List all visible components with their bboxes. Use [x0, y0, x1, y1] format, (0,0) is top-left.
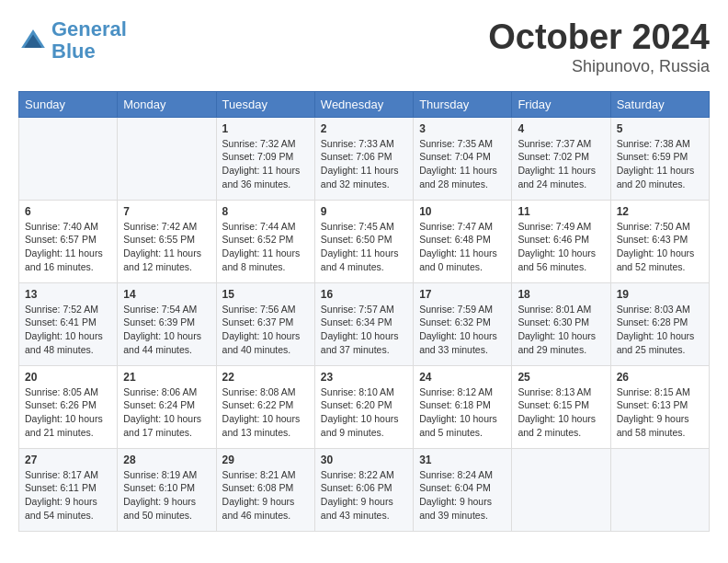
calendar-cell: 19Sunrise: 8:03 AMSunset: 6:28 PMDayligh… — [610, 282, 709, 365]
day-info: Sunrise: 8:12 AMSunset: 6:18 PMDaylight:… — [419, 385, 506, 440]
day-number: 14 — [123, 288, 210, 301]
day-number: 24 — [419, 371, 506, 384]
calendar-cell: 24Sunrise: 8:12 AMSunset: 6:18 PMDayligh… — [414, 365, 512, 448]
logo: General Blue — [18, 18, 127, 63]
day-info: Sunrise: 7:45 AMSunset: 6:50 PMDaylight:… — [321, 220, 407, 274]
day-info: Sunrise: 8:22 AMSunset: 6:06 PMDaylight:… — [321, 468, 407, 523]
day-info: Sunrise: 7:35 AMSunset: 7:04 PMDaylight:… — [419, 137, 506, 191]
weekday-header-friday: Friday — [512, 91, 610, 117]
logo-general: General — [51, 17, 127, 40]
calendar-cell: 14Sunrise: 7:54 AMSunset: 6:39 PMDayligh… — [118, 282, 216, 365]
location: Shipunovo, Russia — [488, 57, 710, 76]
calendar-cell: 9Sunrise: 7:45 AMSunset: 6:50 PMDaylight… — [314, 200, 413, 282]
calendar-cell: 11Sunrise: 7:49 AMSunset: 6:46 PMDayligh… — [512, 200, 610, 282]
calendar-cell: 17Sunrise: 7:59 AMSunset: 6:32 PMDayligh… — [414, 282, 512, 365]
calendar-cell: 31Sunrise: 8:24 AMSunset: 6:04 PMDayligh… — [414, 448, 512, 531]
day-number: 3 — [419, 122, 506, 135]
day-number: 28 — [123, 454, 210, 466]
day-info: Sunrise: 7:42 AMSunset: 6:55 PMDaylight:… — [123, 220, 210, 274]
calendar-cell: 25Sunrise: 8:13 AMSunset: 6:15 PMDayligh… — [512, 365, 610, 448]
day-number: 6 — [25, 205, 111, 218]
calendar-cell — [512, 448, 610, 531]
day-info: Sunrise: 7:40 AMSunset: 6:57 PMDaylight:… — [25, 220, 111, 274]
weekday-header-wednesday: Wednesday — [314, 91, 413, 117]
calendar-cell: 8Sunrise: 7:44 AMSunset: 6:52 PMDaylight… — [216, 200, 314, 282]
day-info: Sunrise: 8:24 AMSunset: 6:04 PMDaylight:… — [419, 468, 506, 523]
day-info: Sunrise: 8:03 AMSunset: 6:28 PMDaylight:… — [617, 303, 703, 357]
day-info: Sunrise: 7:33 AMSunset: 7:06 PMDaylight:… — [321, 137, 407, 191]
calendar-cell: 7Sunrise: 7:42 AMSunset: 6:55 PMDaylight… — [118, 200, 216, 282]
day-number: 10 — [419, 205, 506, 218]
day-number: 15 — [222, 288, 309, 301]
day-number: 22 — [222, 371, 309, 384]
day-info: Sunrise: 8:15 AMSunset: 6:13 PMDaylight:… — [617, 385, 703, 440]
day-info: Sunrise: 8:13 AMSunset: 6:15 PMDaylight:… — [518, 385, 604, 440]
day-number: 23 — [321, 371, 407, 384]
weekday-header-row: SundayMondayTuesdayWednesdayThursdayFrid… — [19, 91, 710, 117]
day-number: 18 — [518, 288, 604, 301]
day-info: Sunrise: 7:59 AMSunset: 6:32 PMDaylight:… — [419, 303, 506, 357]
calendar-cell — [610, 448, 709, 531]
calendar-cell: 26Sunrise: 8:15 AMSunset: 6:13 PMDayligh… — [610, 365, 709, 448]
calendar-cell — [118, 117, 216, 200]
calendar-week-1: 1Sunrise: 7:32 AMSunset: 7:09 PMDaylight… — [19, 117, 710, 200]
day-number: 20 — [25, 371, 111, 384]
weekday-header-sunday: Sunday — [19, 91, 118, 117]
day-info: Sunrise: 7:52 AMSunset: 6:41 PMDaylight:… — [25, 303, 111, 357]
calendar-table: SundayMondayTuesdayWednesdayThursdayFrid… — [18, 91, 710, 532]
weekday-header-tuesday: Tuesday — [216, 91, 314, 117]
calendar-cell: 2Sunrise: 7:33 AMSunset: 7:06 PMDaylight… — [314, 117, 413, 200]
calendar-cell: 23Sunrise: 8:10 AMSunset: 6:20 PMDayligh… — [314, 365, 413, 448]
day-number: 8 — [222, 205, 309, 218]
calendar-cell: 12Sunrise: 7:50 AMSunset: 6:43 PMDayligh… — [610, 200, 709, 282]
day-number: 25 — [518, 371, 604, 384]
calendar-cell — [19, 117, 118, 200]
day-info: Sunrise: 8:17 AMSunset: 6:11 PMDaylight:… — [25, 468, 111, 523]
calendar-cell: 18Sunrise: 8:01 AMSunset: 6:30 PMDayligh… — [512, 282, 610, 365]
calendar-cell: 30Sunrise: 8:22 AMSunset: 6:06 PMDayligh… — [314, 448, 413, 531]
weekday-header-thursday: Thursday — [414, 91, 512, 117]
calendar-cell: 3Sunrise: 7:35 AMSunset: 7:04 PMDaylight… — [414, 117, 512, 200]
calendar-cell: 5Sunrise: 7:38 AMSunset: 6:59 PMDaylight… — [610, 117, 709, 200]
day-info: Sunrise: 7:38 AMSunset: 6:59 PMDaylight:… — [617, 137, 703, 191]
calendar-cell: 10Sunrise: 7:47 AMSunset: 6:48 PMDayligh… — [414, 200, 512, 282]
calendar-cell: 13Sunrise: 7:52 AMSunset: 6:41 PMDayligh… — [19, 282, 118, 365]
day-number: 1 — [222, 122, 309, 135]
weekday-header-saturday: Saturday — [610, 91, 709, 117]
logo-blue: Blue — [51, 40, 96, 63]
day-number: 12 — [617, 205, 703, 218]
calendar-cell: 16Sunrise: 7:57 AMSunset: 6:34 PMDayligh… — [314, 282, 413, 365]
day-info: Sunrise: 7:50 AMSunset: 6:43 PMDaylight:… — [617, 220, 703, 274]
day-number: 27 — [25, 454, 111, 466]
logo-text: General Blue — [51, 18, 127, 63]
day-info: Sunrise: 8:01 AMSunset: 6:30 PMDaylight:… — [518, 303, 604, 357]
day-info: Sunrise: 7:32 AMSunset: 7:09 PMDaylight:… — [222, 137, 309, 191]
day-number: 31 — [419, 454, 506, 466]
calendar-week-4: 20Sunrise: 8:05 AMSunset: 6:26 PMDayligh… — [19, 365, 710, 448]
day-number: 26 — [617, 371, 703, 384]
page-header: General Blue October 2024 Shipunovo, Rus… — [18, 18, 710, 76]
day-info: Sunrise: 7:37 AMSunset: 7:02 PMDaylight:… — [518, 137, 604, 191]
day-info: Sunrise: 8:19 AMSunset: 6:10 PMDaylight:… — [123, 468, 210, 523]
day-info: Sunrise: 8:06 AMSunset: 6:24 PMDaylight:… — [123, 385, 210, 440]
calendar-cell: 20Sunrise: 8:05 AMSunset: 6:26 PMDayligh… — [19, 365, 118, 448]
day-info: Sunrise: 7:49 AMSunset: 6:46 PMDaylight:… — [518, 220, 604, 274]
day-number: 29 — [222, 454, 309, 466]
day-info: Sunrise: 7:54 AMSunset: 6:39 PMDaylight:… — [123, 303, 210, 357]
calendar-week-3: 13Sunrise: 7:52 AMSunset: 6:41 PMDayligh… — [19, 282, 710, 365]
day-number: 13 — [25, 288, 111, 301]
calendar-cell: 28Sunrise: 8:19 AMSunset: 6:10 PMDayligh… — [118, 448, 216, 531]
calendar-cell: 29Sunrise: 8:21 AMSunset: 6:08 PMDayligh… — [216, 448, 314, 531]
day-number: 11 — [518, 205, 604, 218]
calendar-cell: 22Sunrise: 8:08 AMSunset: 6:22 PMDayligh… — [216, 365, 314, 448]
day-number: 21 — [123, 371, 210, 384]
calendar-cell: 27Sunrise: 8:17 AMSunset: 6:11 PMDayligh… — [19, 448, 118, 531]
day-info: Sunrise: 8:05 AMSunset: 6:26 PMDaylight:… — [25, 385, 111, 440]
calendar-week-5: 27Sunrise: 8:17 AMSunset: 6:11 PMDayligh… — [19, 448, 710, 531]
day-info: Sunrise: 7:44 AMSunset: 6:52 PMDaylight:… — [222, 220, 309, 274]
calendar-cell: 21Sunrise: 8:06 AMSunset: 6:24 PMDayligh… — [118, 365, 216, 448]
day-number: 30 — [321, 454, 407, 466]
day-info: Sunrise: 7:56 AMSunset: 6:37 PMDaylight:… — [222, 303, 309, 357]
day-info: Sunrise: 8:08 AMSunset: 6:22 PMDaylight:… — [222, 385, 309, 440]
day-info: Sunrise: 8:10 AMSunset: 6:20 PMDaylight:… — [321, 385, 407, 440]
